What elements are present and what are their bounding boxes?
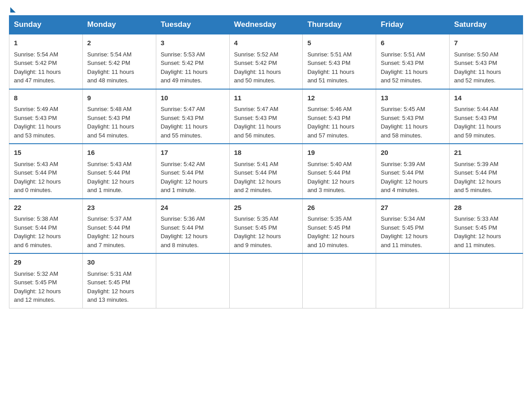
day-number: 21 xyxy=(454,148,518,158)
day-info: Sunrise: 5:33 AMSunset: 5:45 PMDaylight:… xyxy=(454,215,501,248)
day-info: Sunrise: 5:53 AMSunset: 5:42 PMDaylight:… xyxy=(161,51,208,84)
calendar-header-row: SundayMondayTuesdayWednesdayThursdayFrid… xyxy=(9,16,523,34)
day-number: 29 xyxy=(14,257,78,268)
day-info: Sunrise: 5:41 AMSunset: 5:44 PMDaylight:… xyxy=(234,161,281,194)
day-info: Sunrise: 5:54 AMSunset: 5:42 PMDaylight:… xyxy=(14,51,61,84)
calendar-cell: 17 Sunrise: 5:42 AMSunset: 5:44 PMDaylig… xyxy=(156,144,229,199)
header-monday: Monday xyxy=(82,16,156,34)
day-info: Sunrise: 5:50 AMSunset: 5:43 PMDaylight:… xyxy=(454,51,501,84)
calendar-cell: 20 Sunrise: 5:39 AMSunset: 5:44 PMDaylig… xyxy=(376,144,450,199)
calendar-cell: 15 Sunrise: 5:43 AMSunset: 5:44 PMDaylig… xyxy=(9,144,83,199)
calendar-cell: 1 Sunrise: 5:54 AMSunset: 5:42 PMDayligh… xyxy=(9,34,83,89)
calendar-week-row: 1 Sunrise: 5:54 AMSunset: 5:42 PMDayligh… xyxy=(9,34,523,89)
day-info: Sunrise: 5:43 AMSunset: 5:44 PMDaylight:… xyxy=(14,161,61,194)
day-number: 1 xyxy=(14,38,78,48)
calendar-cell: 26 Sunrise: 5:35 AMSunset: 5:45 PMDaylig… xyxy=(303,199,376,254)
day-number: 5 xyxy=(307,38,371,48)
day-info: Sunrise: 5:47 AMSunset: 5:43 PMDaylight:… xyxy=(161,106,208,139)
day-info: Sunrise: 5:34 AMSunset: 5:45 PMDaylight:… xyxy=(381,215,428,248)
logo-triangle-icon xyxy=(10,7,16,13)
day-number: 10 xyxy=(161,93,225,103)
calendar-cell xyxy=(229,253,303,308)
calendar-week-row: 8 Sunrise: 5:49 AMSunset: 5:43 PMDayligh… xyxy=(9,89,523,144)
day-number: 20 xyxy=(381,148,445,158)
calendar-cell: 18 Sunrise: 5:41 AMSunset: 5:44 PMDaylig… xyxy=(229,144,303,199)
day-info: Sunrise: 5:49 AMSunset: 5:43 PMDaylight:… xyxy=(14,106,61,139)
header-sunday: Sunday xyxy=(9,16,83,34)
calendar-cell: 19 Sunrise: 5:40 AMSunset: 5:44 PMDaylig… xyxy=(303,144,376,199)
calendar-week-row: 22 Sunrise: 5:38 AMSunset: 5:44 PMDaylig… xyxy=(9,199,523,254)
day-number: 3 xyxy=(161,38,225,48)
day-number: 25 xyxy=(234,203,298,213)
day-info: Sunrise: 5:37 AMSunset: 5:44 PMDaylight:… xyxy=(87,215,134,248)
day-number: 15 xyxy=(14,148,78,158)
day-number: 2 xyxy=(87,38,151,48)
day-info: Sunrise: 5:35 AMSunset: 5:45 PMDaylight:… xyxy=(234,215,281,248)
calendar-cell: 7 Sunrise: 5:50 AMSunset: 5:43 PMDayligh… xyxy=(450,34,523,89)
calendar-cell: 13 Sunrise: 5:45 AMSunset: 5:43 PMDaylig… xyxy=(376,89,450,144)
calendar-cell: 4 Sunrise: 5:52 AMSunset: 5:42 PMDayligh… xyxy=(229,34,303,89)
day-info: Sunrise: 5:45 AMSunset: 5:43 PMDaylight:… xyxy=(381,106,428,139)
calendar-cell: 28 Sunrise: 5:33 AMSunset: 5:45 PMDaylig… xyxy=(450,199,523,254)
day-info: Sunrise: 5:51 AMSunset: 5:43 PMDaylight:… xyxy=(381,51,428,84)
calendar-cell xyxy=(376,253,450,308)
calendar-cell: 29 Sunrise: 5:32 AMSunset: 5:45 PMDaylig… xyxy=(9,253,83,308)
calendar-cell: 11 Sunrise: 5:47 AMSunset: 5:43 PMDaylig… xyxy=(229,89,303,144)
header-tuesday: Tuesday xyxy=(156,16,229,34)
calendar-cell: 6 Sunrise: 5:51 AMSunset: 5:43 PMDayligh… xyxy=(376,34,450,89)
calendar-cell: 5 Sunrise: 5:51 AMSunset: 5:43 PMDayligh… xyxy=(303,34,376,89)
day-info: Sunrise: 5:48 AMSunset: 5:43 PMDaylight:… xyxy=(87,106,134,139)
calendar-cell: 16 Sunrise: 5:43 AMSunset: 5:44 PMDaylig… xyxy=(82,144,156,199)
day-info: Sunrise: 5:36 AMSunset: 5:44 PMDaylight:… xyxy=(161,215,208,248)
calendar-week-row: 15 Sunrise: 5:43 AMSunset: 5:44 PMDaylig… xyxy=(9,144,523,199)
calendar-cell: 30 Sunrise: 5:31 AMSunset: 5:45 PMDaylig… xyxy=(82,253,156,308)
calendar-cell: 2 Sunrise: 5:54 AMSunset: 5:42 PMDayligh… xyxy=(82,34,156,89)
day-info: Sunrise: 5:35 AMSunset: 5:45 PMDaylight:… xyxy=(307,215,354,248)
calendar-cell: 24 Sunrise: 5:36 AMSunset: 5:44 PMDaylig… xyxy=(156,199,229,254)
day-info: Sunrise: 5:54 AMSunset: 5:42 PMDaylight:… xyxy=(87,51,134,84)
day-info: Sunrise: 5:51 AMSunset: 5:43 PMDaylight:… xyxy=(307,51,354,84)
day-info: Sunrise: 5:38 AMSunset: 5:44 PMDaylight:… xyxy=(14,215,61,248)
calendar-cell: 25 Sunrise: 5:35 AMSunset: 5:45 PMDaylig… xyxy=(229,199,303,254)
day-info: Sunrise: 5:52 AMSunset: 5:42 PMDaylight:… xyxy=(234,51,281,84)
day-info: Sunrise: 5:39 AMSunset: 5:44 PMDaylight:… xyxy=(454,161,501,194)
calendar-cell: 3 Sunrise: 5:53 AMSunset: 5:42 PMDayligh… xyxy=(156,34,229,89)
calendar-cell: 23 Sunrise: 5:37 AMSunset: 5:44 PMDaylig… xyxy=(82,199,156,254)
day-info: Sunrise: 5:32 AMSunset: 5:45 PMDaylight:… xyxy=(14,270,61,304)
day-info: Sunrise: 5:43 AMSunset: 5:44 PMDaylight:… xyxy=(87,161,134,194)
calendar-cell: 22 Sunrise: 5:38 AMSunset: 5:44 PMDaylig… xyxy=(9,199,83,254)
day-number: 16 xyxy=(87,148,151,158)
day-number: 9 xyxy=(87,93,151,103)
page-header xyxy=(9,9,523,11)
day-info: Sunrise: 5:40 AMSunset: 5:44 PMDaylight:… xyxy=(307,161,354,194)
day-number: 19 xyxy=(307,148,371,158)
day-info: Sunrise: 5:42 AMSunset: 5:44 PMDaylight:… xyxy=(161,161,208,194)
calendar-cell: 21 Sunrise: 5:39 AMSunset: 5:44 PMDaylig… xyxy=(450,144,523,199)
day-number: 18 xyxy=(234,148,298,158)
calendar-table: SundayMondayTuesdayWednesdayThursdayFrid… xyxy=(9,15,523,308)
calendar-cell xyxy=(450,253,523,308)
day-number: 23 xyxy=(87,203,151,213)
calendar-week-row: 29 Sunrise: 5:32 AMSunset: 5:45 PMDaylig… xyxy=(9,253,523,308)
logo xyxy=(9,9,16,11)
day-number: 30 xyxy=(87,257,151,268)
day-number: 13 xyxy=(381,93,445,103)
day-number: 6 xyxy=(381,38,445,48)
header-wednesday: Wednesday xyxy=(229,16,303,34)
day-number: 14 xyxy=(454,93,518,103)
calendar-cell: 10 Sunrise: 5:47 AMSunset: 5:43 PMDaylig… xyxy=(156,89,229,144)
day-number: 26 xyxy=(307,203,371,213)
day-info: Sunrise: 5:47 AMSunset: 5:43 PMDaylight:… xyxy=(234,106,281,139)
day-info: Sunrise: 5:44 AMSunset: 5:43 PMDaylight:… xyxy=(454,106,501,139)
header-saturday: Saturday xyxy=(450,16,523,34)
header-thursday: Thursday xyxy=(303,16,376,34)
calendar-cell: 8 Sunrise: 5:49 AMSunset: 5:43 PMDayligh… xyxy=(9,89,83,144)
day-number: 11 xyxy=(234,93,298,103)
day-number: 4 xyxy=(234,38,298,48)
day-number: 22 xyxy=(14,203,78,213)
day-number: 8 xyxy=(14,93,78,103)
day-number: 17 xyxy=(161,148,225,158)
day-info: Sunrise: 5:31 AMSunset: 5:45 PMDaylight:… xyxy=(87,270,134,304)
calendar-cell: 14 Sunrise: 5:44 AMSunset: 5:43 PMDaylig… xyxy=(450,89,523,144)
header-friday: Friday xyxy=(376,16,450,34)
